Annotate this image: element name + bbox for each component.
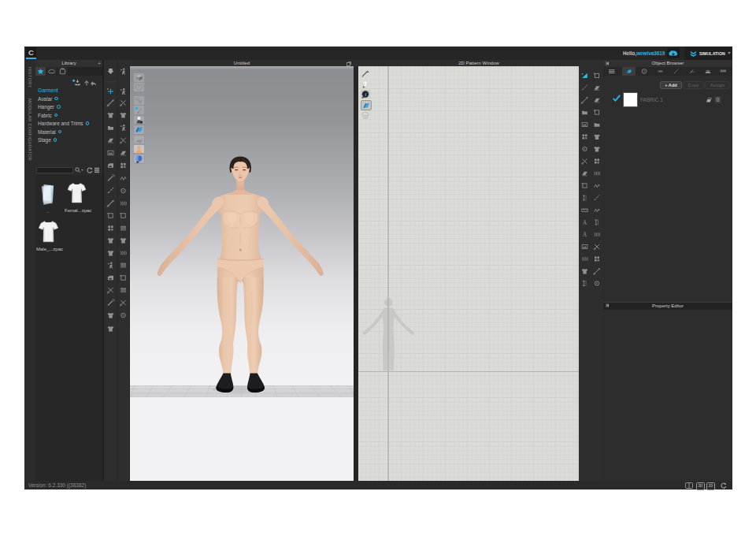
- svg-text:i: i: [365, 91, 366, 98]
- svg-text:A: A: [583, 219, 587, 226]
- svg-text:A: A: [583, 231, 587, 238]
- svg-text:###: ###: [721, 69, 727, 73]
